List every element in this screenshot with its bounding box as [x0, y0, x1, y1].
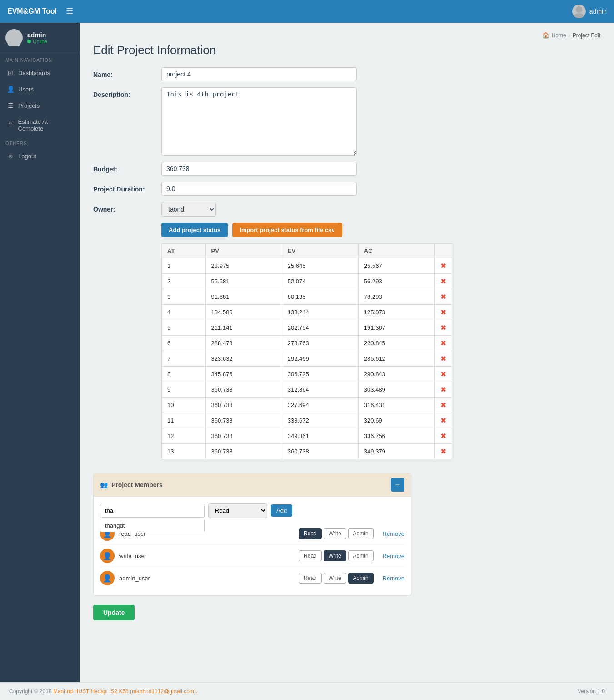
form-budget-label: Budget: — [93, 162, 157, 173]
table-cell: 306.725 — [282, 367, 358, 382]
footer-link[interactable]: Manhnd HUST Hedspi IS2 K58 (manhnd1112@g… — [53, 688, 197, 695]
table-cell: 345.876 — [205, 367, 282, 382]
nav-username: admin — [589, 8, 607, 15]
table-row: 13360.738360.738349.379✖ — [162, 444, 452, 459]
sidebar-projects-label: Projects — [18, 102, 40, 109]
delete-row-cell[interactable]: ✖ — [435, 428, 452, 444]
perm-write-button[interactable]: Write — [324, 528, 346, 539]
sidebar-users-label: Users — [18, 86, 34, 93]
delete-row-cell[interactable]: ✖ — [435, 258, 452, 274]
table-cell: 91.681 — [205, 289, 282, 305]
sidebar-dashboards-label: Dashboards — [18, 70, 50, 76]
table-cell: 4 — [162, 305, 206, 320]
delete-row-cell[interactable]: ✖ — [435, 351, 452, 367]
delete-icon[interactable]: ✖ — [440, 324, 446, 332]
delete-icon[interactable]: ✖ — [440, 293, 446, 301]
delete-icon[interactable]: ✖ — [440, 262, 446, 270]
perm-write-button[interactable]: Write — [324, 573, 346, 584]
delete-icon[interactable]: ✖ — [440, 401, 446, 409]
perm-read-button[interactable]: Read — [299, 528, 322, 539]
import-csv-button[interactable]: Import project status from file csv — [232, 223, 342, 237]
description-textarea[interactable]: This is 4th project — [161, 87, 357, 156]
member-name: admin_user — [119, 575, 294, 582]
perm-admin-button[interactable]: Admin — [348, 528, 374, 539]
perm-write-button[interactable]: Write — [324, 550, 346, 561]
table-cell: 1 — [162, 258, 206, 274]
delete-row-cell[interactable]: ✖ — [435, 274, 452, 289]
table-cell: 11 — [162, 413, 206, 428]
delete-row-cell[interactable]: ✖ — [435, 305, 452, 320]
col-at: AT — [162, 244, 206, 258]
sidebar: admin Online MAIN NAVIGATION ⊞ Dashboard… — [0, 23, 80, 682]
role-select[interactable]: Read Write Admin — [208, 503, 267, 518]
add-status-button[interactable]: Add project status — [161, 223, 228, 237]
delete-row-cell[interactable]: ✖ — [435, 336, 452, 351]
member-suggestion[interactable]: thangdt — [100, 519, 205, 532]
table-cell: 360.738 — [205, 428, 282, 444]
table-cell: 6 — [162, 336, 206, 351]
table-row: 12360.738349.861336.756✖ — [162, 428, 452, 444]
duration-input[interactable] — [161, 182, 357, 196]
remove-member-link[interactable]: Remove — [383, 553, 404, 559]
table-cell: 13 — [162, 444, 206, 459]
table-cell: 202.754 — [282, 320, 358, 336]
dashboard-icon: ⊞ — [6, 69, 15, 76]
table-cell: 320.69 — [358, 413, 434, 428]
table-cell: 125.073 — [358, 305, 434, 320]
table-cell: 338.672 — [282, 413, 358, 428]
form-name-group: Name: — [93, 67, 600, 81]
remove-member-link[interactable]: Remove — [383, 530, 404, 537]
delete-icon[interactable]: ✖ — [440, 339, 446, 347]
table-cell: 211.141 — [205, 320, 282, 336]
perm-read-button[interactable]: Read — [299, 550, 322, 561]
delete-icon[interactable]: ✖ — [440, 308, 446, 316]
avatar — [572, 5, 586, 18]
delete-row-cell[interactable]: ✖ — [435, 382, 452, 398]
status-table: AT PV EV AC 128.97525.64525.567✖255.6815… — [161, 243, 452, 459]
perm-admin-button[interactable]: Admin — [348, 550, 374, 561]
delete-icon[interactable]: ✖ — [440, 277, 446, 285]
breadcrumb-home[interactable]: Home — [552, 32, 566, 39]
delete-row-cell[interactable]: ✖ — [435, 367, 452, 382]
sidebar-item-estimate[interactable]: 🗒 Estimate At Complete — [0, 114, 80, 136]
perm-admin-button[interactable]: Admin — [348, 573, 374, 584]
table-cell: 55.681 — [205, 274, 282, 289]
delete-icon[interactable]: ✖ — [440, 432, 446, 440]
member-search-input[interactable] — [100, 504, 205, 518]
delete-row-cell[interactable]: ✖ — [435, 289, 452, 305]
nav-main-label: MAIN NAVIGATION — [0, 53, 80, 65]
hamburger-icon[interactable]: ☰ — [66, 6, 73, 16]
members-body: thangdt Read Write Admin Add 👤 read_user… — [94, 497, 411, 595]
sidebar-item-users[interactable]: 👤 Users — [0, 81, 80, 97]
table-cell: 25.567 — [358, 258, 434, 274]
table-cell: 349.861 — [282, 428, 358, 444]
delete-icon[interactable]: ✖ — [440, 448, 446, 455]
table-cell: 80.135 — [282, 289, 358, 305]
delete-icon[interactable]: ✖ — [440, 355, 446, 363]
name-input[interactable] — [161, 67, 357, 81]
delete-row-cell[interactable]: ✖ — [435, 444, 452, 459]
delete-row-cell[interactable]: ✖ — [435, 320, 452, 336]
table-cell: 78.293 — [358, 289, 434, 305]
delete-row-cell[interactable]: ✖ — [435, 413, 452, 428]
delete-icon[interactable]: ✖ — [440, 386, 446, 393]
remove-member-link[interactable]: Remove — [383, 575, 404, 582]
table-cell: 278.763 — [282, 336, 358, 351]
delete-icon[interactable]: ✖ — [440, 417, 446, 424]
page-title: Edit Project Information — [93, 43, 600, 57]
form-duration-label: Project Duration: — [93, 182, 157, 193]
collapse-members-button[interactable]: − — [391, 478, 404, 492]
add-member-button[interactable]: Add — [271, 504, 292, 517]
budget-input[interactable] — [161, 162, 357, 176]
sidebar-item-logout[interactable]: ⎋ Logout — [0, 148, 80, 164]
owner-select[interactable]: taond — [161, 202, 216, 217]
perm-read-button[interactable]: Read — [299, 573, 322, 584]
user-area[interactable]: admin — [572, 5, 607, 18]
update-button[interactable]: Update — [93, 605, 135, 620]
sidebar-item-dashboards[interactable]: ⊞ Dashboards — [0, 65, 80, 81]
delete-row-cell[interactable]: ✖ — [435, 398, 452, 413]
perm-buttons: Read Write Admin — [299, 573, 373, 584]
sidebar-item-projects[interactable]: ☰ Projects — [0, 97, 80, 114]
table-cell: 5 — [162, 320, 206, 336]
delete-icon[interactable]: ✖ — [440, 370, 446, 378]
